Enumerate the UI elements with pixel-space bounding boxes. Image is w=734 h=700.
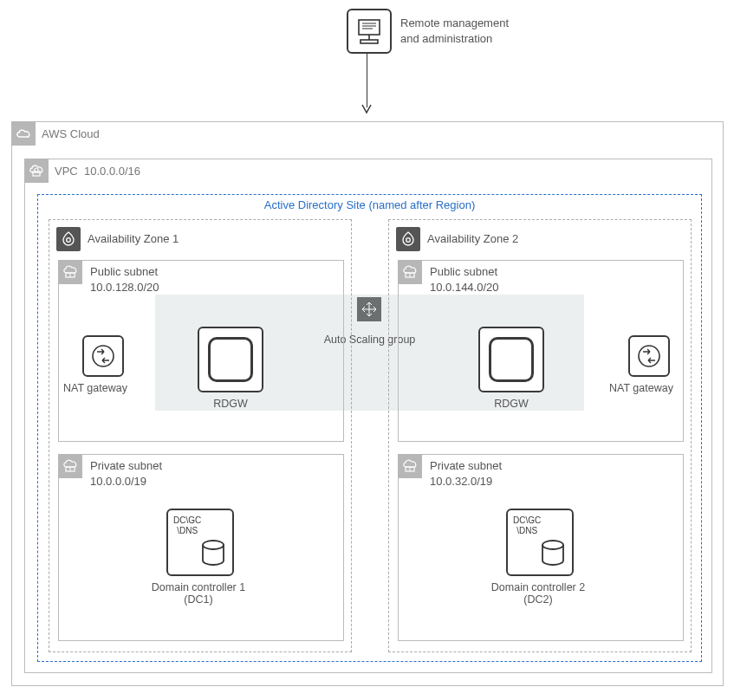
nat-gateway-icon bbox=[82, 335, 124, 377]
az2-public-subnet: Public subnet 10.0.144.0/20 RDGW bbox=[398, 260, 684, 442]
svg-point-7 bbox=[67, 238, 71, 243]
subnet-icon bbox=[398, 454, 422, 478]
az1-public-title: Public subnet bbox=[90, 264, 159, 280]
dc-text: DC\GC \DNS bbox=[173, 515, 201, 536]
vpc-container: VPC 10.0.0.0/16 Active Directory Site (n… bbox=[24, 159, 712, 673]
az1-public-cidr: 10.0.128.0/20 bbox=[90, 280, 159, 295]
az2-dc-label-l1: Domain controller 2 bbox=[477, 581, 599, 593]
auto-scaling-icon bbox=[357, 297, 381, 321]
svg-point-17 bbox=[639, 346, 659, 366]
workstation-label: Remote management and administration bbox=[400, 16, 509, 46]
az1-dc-label-l1: Domain controller 1 bbox=[138, 581, 259, 593]
svg-point-10 bbox=[93, 346, 114, 366]
az1-dc: DC\GC \DNS Domain controller 1 (DC1) bbox=[166, 509, 259, 606]
az2-public-title: Public subnet bbox=[430, 264, 499, 280]
vpc-label: VPC 10.0.0.0/16 bbox=[55, 165, 140, 178]
workstation-label-l2: and administration bbox=[400, 31, 509, 47]
aws-cloud-container: AWS Cloud VPC 10.0.0.0/16 Active Directo… bbox=[11, 121, 724, 686]
az2-icon bbox=[396, 227, 420, 251]
az2-nat: NAT gateway bbox=[622, 335, 676, 394]
availability-zone-2: Availability Zone 2 Public subnet 10.0.1… bbox=[388, 219, 692, 652]
ad-site-container: Active Directory Site (named after Regio… bbox=[37, 194, 702, 662]
svg-point-20 bbox=[542, 541, 563, 549]
nat-gateway-icon bbox=[628, 335, 670, 377]
rdgw-icon bbox=[478, 327, 544, 392]
az1-dc-label-l2: (DC1) bbox=[138, 593, 259, 606]
vpc-icon bbox=[24, 159, 49, 183]
az1-rdgw: RDGW bbox=[198, 327, 263, 410]
az1-private-cidr: 10.0.0.0/19 bbox=[90, 474, 162, 489]
domain-controller-icon: DC\GC \DNS bbox=[506, 509, 574, 576]
vpc-title: VPC bbox=[55, 165, 78, 178]
az1-private-title: Private subnet bbox=[90, 458, 162, 474]
rdgw-icon bbox=[198, 327, 263, 392]
az2-private-cidr: 10.0.32.0/19 bbox=[430, 474, 502, 489]
az2-nat-label: NAT gateway bbox=[607, 382, 676, 394]
svg-rect-5 bbox=[361, 40, 378, 43]
az2-private-subnet: Private subnet 10.0.32.0/19 DC\GC \DNS bbox=[398, 454, 684, 641]
dc-text: DC\GC \DNS bbox=[513, 515, 541, 536]
az2-public-cidr: 10.0.144.0/20 bbox=[430, 280, 499, 295]
az2-private-labels: Private subnet 10.0.32.0/19 bbox=[430, 458, 502, 489]
vpc-cidr: 10.0.0.0/16 bbox=[84, 165, 140, 178]
subnet-icon bbox=[58, 454, 82, 478]
az1-public-subnet: Public subnet 10.0.128.0/20 NAT gate bbox=[58, 260, 344, 442]
availability-zone-1: Availability Zone 1 Public subnet 10.0.1… bbox=[49, 219, 352, 652]
workstation-label-l1: Remote management bbox=[400, 16, 509, 31]
svg-rect-0 bbox=[359, 20, 380, 35]
subnet-icon bbox=[398, 260, 422, 284]
az1-icon bbox=[56, 227, 81, 251]
workstation-icon bbox=[347, 9, 392, 54]
az1-private-subnet: Private subnet 10.0.0.0/19 DC\GC \DNS bbox=[58, 454, 344, 641]
subnet-icon bbox=[58, 260, 82, 284]
aws-cloud-label: AWS Cloud bbox=[42, 127, 100, 140]
az2-dc-label-l2: (DC2) bbox=[477, 593, 599, 606]
workstation-container bbox=[347, 9, 392, 54]
az2-rdgw: RDGW bbox=[478, 327, 544, 410]
az1-nat-label: NAT gateway bbox=[61, 382, 130, 394]
svg-point-14 bbox=[406, 238, 411, 243]
az1-private-labels: Private subnet 10.0.0.0/19 bbox=[90, 458, 162, 489]
aws-cloud-icon bbox=[11, 121, 36, 146]
ad-site-title: Active Directory Site (named after Regio… bbox=[38, 198, 701, 211]
az2-public-labels: Public subnet 10.0.144.0/20 bbox=[430, 264, 499, 295]
az1-label: Availability Zone 1 bbox=[88, 232, 179, 245]
az2-rdgw-label: RDGW bbox=[478, 398, 544, 410]
az1-public-labels: Public subnet 10.0.128.0/20 bbox=[90, 264, 159, 295]
az2-private-title: Private subnet bbox=[430, 458, 502, 474]
arrow-down bbox=[367, 54, 367, 116]
domain-controller-icon: DC\GC \DNS bbox=[166, 509, 234, 576]
az1-nat: NAT gateway bbox=[76, 335, 130, 394]
az1-rdgw-label: RDGW bbox=[198, 398, 263, 410]
az2-dc: DC\GC \DNS Domain controller 2 (DC2) bbox=[506, 509, 599, 606]
svg-point-13 bbox=[203, 541, 224, 549]
az2-label: Availability Zone 2 bbox=[427, 232, 518, 245]
